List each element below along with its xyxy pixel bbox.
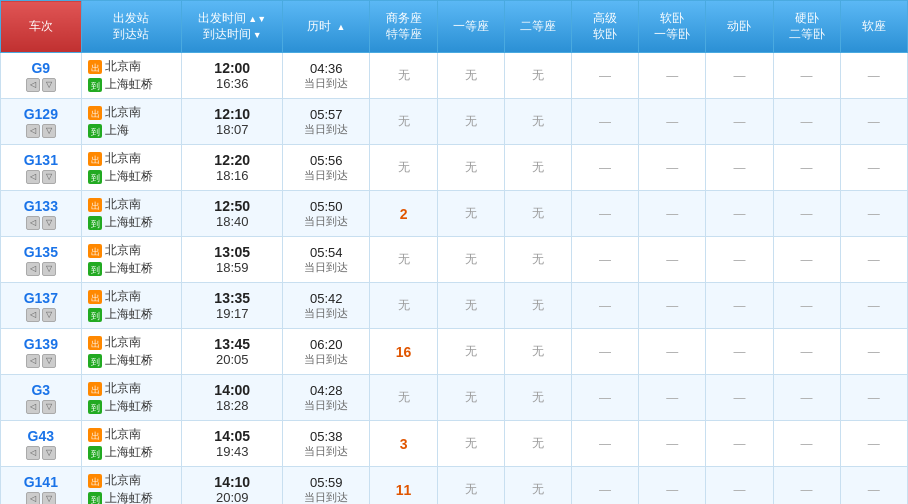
biz-seat-cell: 3 — [370, 421, 437, 467]
soft-seat-value: — — [868, 437, 880, 451]
svg-text:到: 到 — [90, 495, 99, 505]
same-day-label: 当日到达 — [287, 122, 365, 137]
first-seat-cell: 无 — [437, 467, 504, 505]
train-link[interactable]: G129 — [5, 106, 77, 122]
same-day-label: 当日到达 — [287, 352, 365, 367]
same-day-label: 当日到达 — [287, 168, 365, 183]
duration-time: 05:42 — [287, 291, 365, 306]
train-link[interactable]: G133 — [5, 198, 77, 214]
moving-seat-cell: — — [706, 99, 773, 145]
train-link[interactable]: G9 — [5, 60, 77, 76]
table-row: G141 ◁ ▽ 出 北京南 到 上海虹桥 14:10 20:09 05:59 … — [1, 467, 908, 505]
station-cell: 出 北京南 到 上海虹桥 — [81, 191, 182, 237]
soft-first-seat-value: — — [666, 161, 678, 175]
col-label-second: 二等座 — [520, 19, 556, 33]
hard-second-seat-cell: — — [773, 329, 840, 375]
train-ctrl-right[interactable]: ▽ — [42, 170, 56, 184]
train-ctrl-right[interactable]: ▽ — [42, 78, 56, 92]
station-cell: 出 北京南 到 上海 — [81, 99, 182, 145]
train-ctrl-left[interactable]: ◁ — [26, 400, 40, 414]
arrive-time: 18:59 — [186, 260, 278, 275]
second-seat-value: 无 — [532, 298, 544, 312]
arrive-time: 19:17 — [186, 306, 278, 321]
first-seat-value: 无 — [465, 68, 477, 82]
arrive-time: 18:40 — [186, 214, 278, 229]
train-ctrl-right[interactable]: ▽ — [42, 354, 56, 368]
col-header-train[interactable]: 车次 — [1, 1, 82, 53]
train-link[interactable]: G141 — [5, 474, 77, 490]
table-row: G133 ◁ ▽ 出 北京南 到 上海虹桥 12:50 18:40 05:50 … — [1, 191, 908, 237]
depart-station-name: 北京南 — [105, 426, 141, 443]
col-header-duration[interactable]: 历时 ▲ — [283, 1, 370, 53]
train-link[interactable]: G137 — [5, 290, 77, 306]
col-header-second: 二等座 — [504, 1, 571, 53]
train-ctrl-left[interactable]: ◁ — [26, 170, 40, 184]
second-seat-value: 无 — [532, 436, 544, 450]
train-ctrl-left[interactable]: ◁ — [26, 216, 40, 230]
biz-seat-value[interactable]: 11 — [396, 482, 412, 498]
depart-station-name: 北京南 — [105, 196, 141, 213]
second-seat-cell: 无 — [504, 421, 571, 467]
train-ctrl-left[interactable]: ◁ — [26, 308, 40, 322]
first-seat-value: 无 — [465, 114, 477, 128]
arrive-time: 18:07 — [186, 122, 278, 137]
train-ctrl-right[interactable]: ▽ — [42, 124, 56, 138]
hard-second-seat-cell: — — [773, 53, 840, 99]
col-header-first: 一等座 — [437, 1, 504, 53]
depart-station-name: 北京南 — [105, 472, 141, 489]
soft-first-seat-value: — — [666, 437, 678, 451]
depart-icon: 出 — [88, 198, 102, 212]
train-link[interactable]: G3 — [5, 382, 77, 398]
depart-station-name: 北京南 — [105, 58, 141, 75]
train-link[interactable]: G135 — [5, 244, 77, 260]
first-seat-value: 无 — [465, 482, 477, 496]
train-ctrl-right[interactable]: ▽ — [42, 446, 56, 460]
soft-first-seat-cell: — — [639, 191, 706, 237]
col-header-time[interactable]: 出发时间▲▼ 到达时间▼ — [182, 1, 283, 53]
adv-soft-seat-cell: — — [571, 283, 638, 329]
svg-text:到: 到 — [90, 173, 99, 183]
train-link[interactable]: G139 — [5, 336, 77, 352]
train-link[interactable]: G131 — [5, 152, 77, 168]
duration-cell: 05:56 当日到达 — [283, 145, 370, 191]
train-cell: G133 ◁ ▽ — [1, 191, 82, 237]
depart-icon: 出 — [88, 382, 102, 396]
table-row: G43 ◁ ▽ 出 北京南 到 上海虹桥 14:05 19:43 05:38 当… — [1, 421, 908, 467]
soft-seat-value: — — [868, 483, 880, 497]
second-seat-value: 无 — [532, 160, 544, 174]
train-ctrl-left[interactable]: ◁ — [26, 124, 40, 138]
second-seat-cell: 无 — [504, 283, 571, 329]
soft-first-seat-value: — — [666, 69, 678, 83]
depart-time: 13:05 — [186, 244, 278, 260]
second-seat-value: 无 — [532, 390, 544, 404]
moving-seat-cell: — — [706, 237, 773, 283]
second-seat-cell: 无 — [504, 53, 571, 99]
biz-seat-value[interactable]: 3 — [400, 436, 408, 452]
adv-soft-seat-cell: — — [571, 237, 638, 283]
duration-time: 04:36 — [287, 61, 365, 76]
train-ctrl-left[interactable]: ◁ — [26, 492, 40, 505]
train-ctrl-right[interactable]: ▽ — [42, 308, 56, 322]
train-cell: G141 ◁ ▽ — [1, 467, 82, 505]
train-ctrl-left[interactable]: ◁ — [26, 78, 40, 92]
biz-seat-value[interactable]: 16 — [396, 344, 412, 360]
station-cell: 出 北京南 到 上海虹桥 — [81, 145, 182, 191]
soft-first-seat-value: — — [666, 253, 678, 267]
table-row: G129 ◁ ▽ 出 北京南 到 上海 12:10 18:07 05:57 当日… — [1, 99, 908, 145]
train-ctrl-right[interactable]: ▽ — [42, 216, 56, 230]
first-seat-cell: 无 — [437, 329, 504, 375]
duration-time: 05:59 — [287, 475, 365, 490]
duration-time: 05:38 — [287, 429, 365, 444]
moving-seat-cell: — — [706, 375, 773, 421]
train-ctrl-left[interactable]: ◁ — [26, 446, 40, 460]
depart-icon: 出 — [88, 290, 102, 304]
train-ctrl-right[interactable]: ▽ — [42, 400, 56, 414]
train-ctrl-left[interactable]: ◁ — [26, 354, 40, 368]
train-ctrl-left[interactable]: ◁ — [26, 262, 40, 276]
biz-seat-value[interactable]: 2 — [400, 206, 408, 222]
arrive-station-name: 上海 — [105, 122, 129, 139]
train-ctrl-right[interactable]: ▽ — [42, 262, 56, 276]
train-ctrl-right[interactable]: ▽ — [42, 492, 56, 505]
adv-soft-seat-cell: — — [571, 421, 638, 467]
train-link[interactable]: G43 — [5, 428, 77, 444]
